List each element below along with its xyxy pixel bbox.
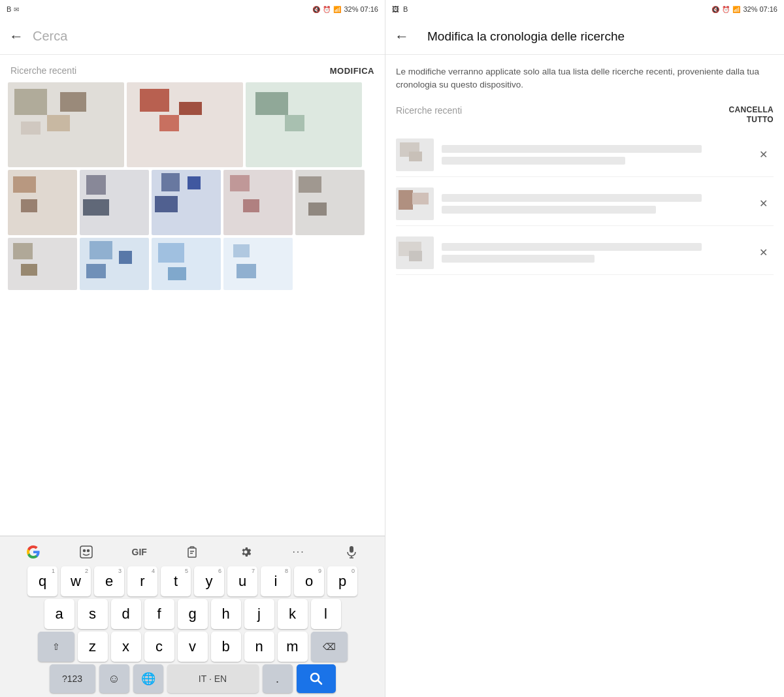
key-row-bottom: ?123 ☺ 🌐 IT · EN . <box>0 664 385 693</box>
key-g[interactable]: g <box>178 599 208 629</box>
key-e[interactable]: e3 <box>94 566 124 596</box>
remove-item-2[interactable]: ✕ <box>753 193 774 214</box>
right-content: Le modifiche verranno applicate solo all… <box>385 55 784 697</box>
key-o[interactable]: o9 <box>294 566 324 596</box>
key-123[interactable]: ?123 <box>50 664 95 693</box>
thumb-2[interactable] <box>127 82 243 167</box>
search-key[interactable] <box>297 664 336 693</box>
key-j[interactable]: j <box>244 599 274 629</box>
language-key[interactable]: IT · EN <box>167 664 259 693</box>
sticker-button[interactable] <box>74 542 98 562</box>
key-f[interactable]: f <box>144 599 174 629</box>
key-l[interactable]: l <box>311 599 341 629</box>
placeholder-line-1b <box>442 157 625 165</box>
placeholder-line-1a <box>442 145 702 153</box>
key-row-al: a s d f g h j k l <box>0 599 385 629</box>
right-signal-icon: 📶 <box>732 6 740 13</box>
right-recent-header: Ricerche recenti CANCELLATUTTO <box>396 105 774 125</box>
grid-row-2 <box>8 170 377 235</box>
key-z[interactable]: z <box>78 632 108 662</box>
status-icons-left: ✉ <box>14 6 19 13</box>
signal-icon: 📶 <box>333 6 341 13</box>
right-status-left: 🖼 B <box>392 5 408 13</box>
key-t[interactable]: t5 <box>161 566 191 596</box>
right-mute-icon: 🔇 <box>711 6 719 13</box>
globe-key[interactable]: 🌐 <box>133 664 163 693</box>
key-c[interactable]: c <box>144 632 174 662</box>
svg-point-2 <box>87 550 89 552</box>
gif-button[interactable]: GIF <box>127 542 151 562</box>
cancella-tutto-button[interactable]: CANCELLATUTTO <box>729 105 774 125</box>
history-text-3 <box>442 243 747 263</box>
key-b[interactable]: b <box>211 632 241 662</box>
key-p[interactable]: p0 <box>327 566 357 596</box>
svg-rect-6 <box>350 546 353 553</box>
key-d[interactable]: d <box>111 599 141 629</box>
status-left: B ✉ <box>7 5 19 13</box>
placeholder-line-2a <box>442 194 702 202</box>
thumb-5[interactable] <box>80 170 149 235</box>
thumb-10[interactable] <box>80 238 149 290</box>
thumb-3[interactable] <box>246 82 362 167</box>
grid-row-3 <box>8 238 377 290</box>
carrier-label: B <box>7 5 11 13</box>
key-r[interactable]: r4 <box>127 566 157 596</box>
history-thumb-1 <box>396 138 434 171</box>
emoji-key[interactable]: ☺ <box>99 664 129 693</box>
dot-key[interactable]: . <box>263 664 293 693</box>
thumb-1[interactable] <box>8 82 124 167</box>
right-photo-icon: 🖼 <box>392 5 399 13</box>
placeholder-line-2b <box>442 206 656 214</box>
right-back-button[interactable]: ← <box>395 28 409 45</box>
key-w[interactable]: w2 <box>61 566 91 596</box>
keyboard: GIF ··· <box>0 536 385 697</box>
status-right: 🔇 ⏰ 📶 32% 07:16 <box>312 5 378 13</box>
shift-key[interactable]: ⇧ <box>38 632 74 662</box>
history-item-3: ✕ <box>396 231 774 275</box>
search-header: ← <box>0 18 385 55</box>
history-item-1: ✕ <box>396 133 774 177</box>
thumb-9[interactable] <box>8 238 77 290</box>
search-input[interactable] <box>33 29 376 44</box>
right-alarm-icon: ⏰ <box>722 6 730 13</box>
key-row-zm: ⇧ z x c v b n m ⌫ <box>0 632 385 662</box>
key-m[interactable]: m <box>278 632 308 662</box>
key-row-qp: q1 w2 e3 r4 t5 y6 u7 i8 o9 p0 <box>0 566 385 596</box>
key-n[interactable]: n <box>244 632 274 662</box>
more-button[interactable]: ··· <box>287 542 310 562</box>
key-i[interactable]: i8 <box>261 566 291 596</box>
key-v[interactable]: v <box>178 632 208 662</box>
thumb-6[interactable] <box>152 170 221 235</box>
history-thumb-2 <box>396 187 434 220</box>
key-h[interactable]: h <box>211 599 241 629</box>
mic-button[interactable] <box>340 542 363 562</box>
clipboard-button[interactable] <box>180 542 204 562</box>
thumb-12[interactable] <box>223 238 293 290</box>
key-q[interactable]: q1 <box>27 566 57 596</box>
google-button[interactable] <box>22 542 45 562</box>
history-text-1 <box>442 145 747 165</box>
key-x[interactable]: x <box>111 632 141 662</box>
backspace-key[interactable]: ⌫ <box>311 632 348 662</box>
key-u[interactable]: u7 <box>227 566 257 596</box>
history-thumb-3 <box>396 236 434 269</box>
key-s[interactable]: s <box>78 599 108 629</box>
thumb-7[interactable] <box>223 170 293 235</box>
modifica-button[interactable]: MODIFICA <box>330 66 374 76</box>
svg-rect-0 <box>80 546 92 558</box>
svg-line-10 <box>318 681 321 685</box>
thumb-11[interactable] <box>152 238 221 290</box>
remove-item-3[interactable]: ✕ <box>753 242 774 263</box>
right-status-right: 🔇 ⏰ 📶 32% 07:16 <box>711 5 777 13</box>
remove-item-1[interactable]: ✕ <box>753 144 774 165</box>
thumb-4[interactable] <box>8 170 77 235</box>
back-button[interactable]: ← <box>9 28 24 45</box>
battery-label: 32% 07:16 <box>344 5 378 13</box>
thumb-8[interactable] <box>295 170 365 235</box>
recent-label: Ricerche recenti <box>10 65 76 76</box>
key-y[interactable]: y6 <box>194 566 224 596</box>
recent-header: Ricerche recenti MODIFICA <box>0 55 385 82</box>
key-a[interactable]: a <box>44 599 74 629</box>
settings-button[interactable] <box>234 542 257 562</box>
key-k[interactable]: k <box>278 599 308 629</box>
